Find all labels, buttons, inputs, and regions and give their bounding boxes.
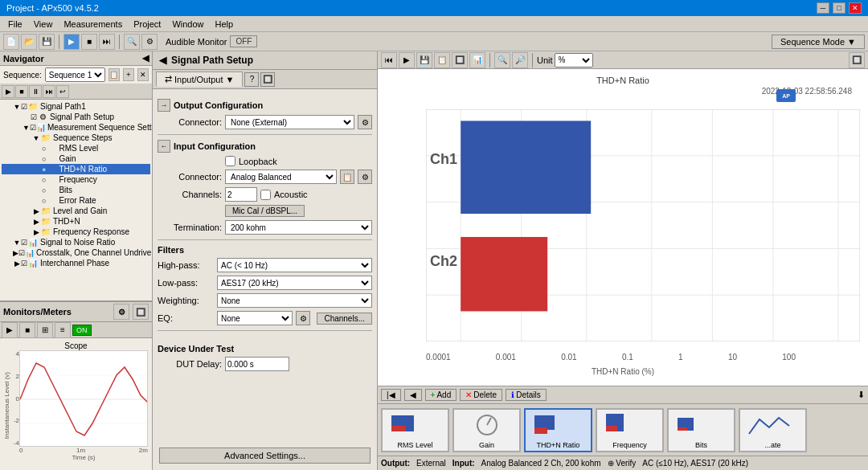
seq-btn3[interactable]: ✕	[137, 68, 149, 81]
input-connector-select[interactable]: Analog Balanced	[225, 170, 337, 184]
nav-tb1[interactable]: ▶	[2, 85, 14, 98]
seq-btn2[interactable]: +	[123, 68, 134, 81]
first-btn[interactable]: |◀	[381, 389, 401, 401]
sequence-dropdown[interactable]: Sequence 1	[45, 67, 105, 82]
mon-expand-btn[interactable]: 🔲	[133, 304, 149, 320]
menu-help[interactable]: Help	[211, 18, 239, 31]
thumb-frequency[interactable]: Frequency	[596, 408, 664, 452]
channels-filter-button[interactable]: Channels...	[317, 313, 372, 325]
eq-select[interactable]: None	[217, 311, 293, 325]
unit-select[interactable]: %dBFS	[555, 53, 593, 67]
audible-monitor-toggle[interactable]: OFF	[230, 35, 257, 47]
menu-measurements[interactable]: Measurements	[59, 18, 127, 31]
dut-delay-label: DUT Delay:	[158, 359, 222, 369]
menu-window[interactable]: Window	[167, 18, 208, 31]
tree-gain[interactable]: ○ Gain	[2, 153, 150, 164]
highpass-select[interactable]: AC (< 10 Hz)	[217, 258, 372, 272]
mic-cal-button[interactable]: Mic Cal / dBSPL...	[225, 205, 305, 217]
nav-tb2[interactable]: ■	[15, 85, 28, 98]
menu-view[interactable]: View	[29, 18, 58, 31]
output-connector-config[interactable]: ⚙	[358, 115, 372, 129]
tree-crosstalk[interactable]: ▶ ☑ 📊 Crosstalk, One Channel Undriven	[2, 247, 150, 258]
stop-button[interactable]: ■	[81, 34, 97, 50]
thumb-error-rate[interactable]: ...ate	[739, 408, 807, 452]
tree-bits[interactable]: ○ Bits	[2, 185, 150, 195]
mon-config-btn[interactable]: ⚙	[113, 304, 129, 320]
mon-stop-btn[interactable]: ■	[19, 322, 35, 338]
tab-input-output[interactable]: ⇄ Input/Output ▼	[156, 72, 243, 87]
tree-level-gain[interactable]: ▶ 📁 Level and Gain	[2, 206, 150, 216]
tree-rms-level[interactable]: ○ RMS Level	[2, 143, 150, 153]
tree-thdn-ratio[interactable]: ● THD+N Ratio	[2, 164, 150, 174]
nav-tb3[interactable]: ⏸	[29, 85, 42, 98]
export-btn[interactable]: ⬇	[858, 390, 865, 400]
chart-tb3[interactable]: 💾	[416, 52, 432, 68]
freq-resp-icon: 📁	[40, 227, 51, 236]
settings-button[interactable]: ⚙	[141, 34, 158, 50]
menu-project[interactable]: Project	[129, 18, 166, 31]
chart-tb1[interactable]: ⏮	[381, 52, 397, 68]
menu-file[interactable]: File	[3, 18, 27, 31]
nav-tb5[interactable]: ↩	[56, 85, 69, 98]
termination-select[interactable]: 200 kohm	[225, 220, 372, 235]
maximize-button[interactable]: □	[833, 2, 845, 14]
delete-btn[interactable]: ✕ Delete	[460, 389, 502, 401]
chart-tb5[interactable]: 🔲	[452, 52, 468, 68]
run-button[interactable]: ▶	[63, 34, 80, 50]
details-btn[interactable]: ℹ Details	[506, 389, 547, 401]
tab-expand-btn[interactable]: 🔲	[260, 72, 275, 87]
eq-config-btn[interactable]: ⚙	[296, 311, 310, 325]
nav-tb4[interactable]: ⏭	[43, 85, 55, 98]
new-button[interactable]: 📄	[3, 34, 19, 50]
seq-btn1[interactable]: 📋	[108, 68, 120, 81]
thumb-bits[interactable]: Bits	[667, 408, 735, 452]
chart-tb6[interactable]: 📊	[469, 52, 485, 68]
advanced-settings-button[interactable]: Advanced Settings...	[159, 448, 371, 464]
tree-freq-resp[interactable]: ▶ 📁 Frequency Response	[2, 227, 150, 237]
add-btn[interactable]: + Add	[425, 389, 457, 401]
tree-signal-path1[interactable]: ▼ ☑ 📁 Signal Path1	[2, 101, 150, 112]
close-button[interactable]: ✕	[849, 2, 862, 14]
acoustic-checkbox[interactable]	[260, 190, 271, 200]
thumb-gain[interactable]: Gain	[452, 408, 521, 452]
tree-seq-steps[interactable]: ▼ 📁 Sequence Steps	[2, 133, 150, 143]
snr-icon: 📊	[27, 238, 39, 247]
chart-zoom-in[interactable]: 🔍	[494, 52, 510, 68]
tree-signal-path-setup[interactable]: ☑ ⚙ Signal Path Setup	[2, 112, 150, 122]
chart-tb2[interactable]: ▶	[399, 52, 415, 68]
mon-table-btn[interactable]: ≡	[55, 322, 71, 338]
dut-delay-input[interactable]	[225, 357, 289, 371]
tree-thdn[interactable]: ▶ 📁 THD+N	[2, 216, 150, 227]
channels-input[interactable]	[225, 187, 257, 202]
loopback-checkbox[interactable]	[225, 156, 235, 166]
thumb-thdn[interactable]: THD+N Ratio	[524, 408, 592, 452]
step-button[interactable]: ⏭	[99, 34, 115, 50]
collapse-arrow[interactable]: ◀	[159, 55, 166, 66]
weighting-select[interactable]: None	[217, 293, 372, 308]
input-config-btn[interactable]: ⚙	[358, 170, 372, 184]
collapse-icon[interactable]: ◀	[142, 53, 149, 63]
open-button[interactable]: 📂	[21, 34, 37, 50]
lowpass-select[interactable]: AES17 (20 kHz)	[217, 276, 372, 290]
input-cal-btn[interactable]: 📋	[340, 170, 354, 184]
tree-meas-seq-settings[interactable]: ▼ ☑ 📊 Measurement Sequence Settings...	[2, 122, 150, 133]
chart-zoom-out[interactable]: 🔎	[512, 52, 528, 68]
chart-expand-btn[interactable]: 🔲	[849, 52, 865, 68]
tree-error-rate[interactable]: ○ Error Rate	[2, 195, 150, 206]
tree-interchannel[interactable]: ▶ ☑ 📊 Interchannel Phase	[2, 258, 150, 268]
tab-help-btn[interactable]: ?	[244, 72, 259, 87]
zoom-button[interactable]: 🔍	[124, 34, 140, 50]
minimize-button[interactable]: ─	[817, 2, 829, 14]
tree-frequency[interactable]: ○ Frequency	[2, 174, 150, 185]
output-connector-select[interactable]: None (External)	[225, 115, 354, 129]
window-controls[interactable]: ─ □ ✕	[817, 2, 862, 14]
prev-btn[interactable]: ◀	[404, 389, 422, 401]
save-button[interactable]: 💾	[39, 34, 55, 50]
tree-snr[interactable]: ▼ ☑ 📊 Signal to Noise Ratio	[2, 237, 150, 247]
ch1-label: Ch1	[430, 151, 457, 168]
thumb-rms-level[interactable]: RMS Level	[381, 408, 449, 452]
sequence-mode-button[interactable]: Sequence Mode ▼	[772, 35, 865, 49]
mon-play-btn[interactable]: ▶	[2, 322, 18, 338]
chart-tb4[interactable]: 📋	[434, 52, 450, 68]
mon-grid-btn[interactable]: ⊞	[37, 322, 53, 338]
